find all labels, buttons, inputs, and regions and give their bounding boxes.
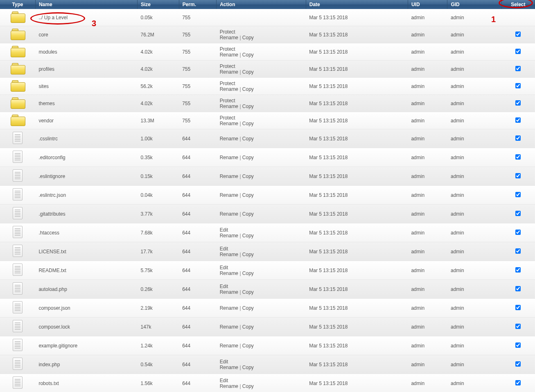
header-size[interactable]: Size [138, 0, 179, 9]
row-select-checkbox[interactable] [515, 361, 521, 367]
protect-link[interactable]: Protect [220, 29, 235, 35]
rename-link[interactable]: Rename [220, 155, 238, 160]
header-type[interactable]: Type [0, 0, 35, 9]
file-perm-link[interactable]: 755 [182, 118, 190, 124]
file-name-link[interactable]: .csslintrc [38, 136, 58, 142]
copy-link[interactable]: Copy [242, 233, 254, 239]
row-select-checkbox[interactable] [515, 324, 521, 329]
file-perm-link[interactable]: 644 [182, 362, 190, 367]
edit-link[interactable]: Edit [220, 265, 228, 270]
file-perm-link[interactable]: 644 [182, 136, 190, 142]
row-select-checkbox[interactable] [515, 32, 521, 37]
copy-link[interactable]: Copy [242, 69, 254, 75]
rename-link[interactable]: Rename [220, 136, 238, 142]
file-perm-link[interactable]: 644 [182, 173, 190, 179]
header-name[interactable]: Name [35, 0, 137, 9]
file-perm-link[interactable]: 644 [182, 192, 190, 198]
file-perm-link[interactable]: 755 [182, 15, 190, 20]
rename-link[interactable]: Rename [220, 104, 238, 109]
file-name-link[interactable]: README.txt [38, 268, 66, 273]
file-name-link[interactable]: LICENSE.txt [38, 249, 66, 255]
row-select-checkbox[interactable] [515, 192, 521, 197]
file-perm-link[interactable]: 644 [182, 343, 190, 349]
file-perm-link[interactable]: 644 [182, 211, 190, 217]
row-select-checkbox[interactable] [515, 342, 521, 348]
row-select-checkbox[interactable] [515, 83, 521, 88]
copy-link[interactable]: Copy [242, 383, 254, 389]
edit-link[interactable]: Edit [220, 359, 228, 365]
header-gid[interactable]: GID [447, 0, 501, 9]
rename-link[interactable]: Rename [220, 192, 238, 198]
header-select[interactable]: Select [501, 0, 535, 9]
file-name-link[interactable]: .eslintignore [38, 173, 65, 179]
header-uid[interactable]: UID [408, 0, 447, 9]
file-name-link[interactable]: profiles [38, 66, 54, 72]
row-select-checkbox[interactable] [515, 286, 521, 291]
rename-link[interactable]: Rename [220, 365, 238, 370]
file-name-link[interactable]: .editorconfig [38, 155, 65, 160]
header-date[interactable]: Date [306, 0, 408, 9]
protect-link[interactable]: Protect [220, 98, 235, 104]
rename-link[interactable]: Rename [220, 289, 238, 295]
copy-link[interactable]: Copy [242, 173, 254, 179]
rename-link[interactable]: Rename [220, 305, 238, 311]
copy-link[interactable]: Copy [242, 121, 254, 126]
header-perm[interactable]: Perm. [179, 0, 217, 9]
rename-link[interactable]: Rename [220, 324, 238, 330]
rename-link[interactable]: Rename [220, 383, 238, 389]
rename-link[interactable]: Rename [220, 270, 238, 276]
row-select-checkbox[interactable] [515, 154, 521, 160]
file-perm-link[interactable]: 755 [182, 66, 190, 72]
file-name-link[interactable]: composer.json [38, 305, 70, 311]
copy-link[interactable]: Copy [242, 192, 254, 198]
file-perm-link[interactable]: 755 [182, 83, 190, 89]
copy-link[interactable]: Copy [242, 104, 254, 109]
file-perm-link[interactable]: 644 [182, 286, 190, 292]
copy-link[interactable]: Copy [242, 136, 254, 142]
rename-link[interactable]: Rename [220, 173, 238, 179]
protect-link[interactable]: Protect [220, 46, 235, 52]
row-select-checkbox[interactable] [515, 135, 521, 141]
file-perm-link[interactable]: 644 [182, 268, 190, 273]
rename-link[interactable]: Rename [220, 233, 238, 239]
rename-link[interactable]: Rename [220, 121, 238, 126]
protect-link[interactable]: Protect [220, 115, 235, 121]
copy-link[interactable]: Copy [242, 155, 254, 160]
file-name-link[interactable]: modules [38, 49, 57, 55]
copy-link[interactable]: Copy [242, 324, 254, 330]
row-select-checkbox[interactable] [515, 267, 521, 273]
row-select-checkbox[interactable] [515, 117, 521, 123]
protect-link[interactable]: Protect [220, 63, 235, 69]
rename-link[interactable]: Rename [220, 343, 238, 349]
file-name-link[interactable]: themes [38, 101, 54, 106]
file-name-link[interactable]: vendor [38, 118, 54, 124]
row-select-checkbox[interactable] [515, 66, 521, 71]
copy-link[interactable]: Copy [242, 252, 254, 257]
rename-link[interactable]: Rename [220, 52, 238, 58]
copy-link[interactable]: Copy [242, 86, 254, 92]
file-perm-link[interactable]: 755 [182, 101, 190, 106]
edit-link[interactable]: Edit [220, 246, 228, 252]
row-select-checkbox[interactable] [515, 248, 521, 254]
file-perm-link[interactable]: 644 [182, 155, 190, 160]
file-name-link[interactable]: example.gitignore [38, 343, 77, 349]
edit-link[interactable]: Edit [220, 284, 228, 289]
copy-link[interactable]: Copy [242, 52, 254, 58]
rename-link[interactable]: Rename [220, 86, 238, 92]
edit-link[interactable]: Edit [220, 227, 228, 233]
file-name-link[interactable]: sites [38, 83, 49, 89]
file-name-link[interactable]: index.php [38, 362, 60, 367]
file-perm-link[interactable]: 644 [182, 305, 190, 311]
rename-link[interactable]: Rename [220, 69, 238, 75]
copy-link[interactable]: Copy [242, 35, 254, 41]
file-perm-link[interactable]: 644 [182, 230, 190, 236]
file-perm-link[interactable]: 644 [182, 324, 190, 330]
file-name-link[interactable]: autoload.php [38, 286, 67, 292]
rename-link[interactable]: Rename [220, 252, 238, 257]
file-name-link[interactable]: core [38, 32, 48, 38]
file-name-link[interactable]: composer.lock [38, 324, 70, 330]
row-select-checkbox[interactable] [515, 173, 521, 178]
file-name-link[interactable]: .htaccess [38, 230, 59, 236]
header-action[interactable]: Action [217, 0, 306, 9]
row-select-checkbox[interactable] [515, 211, 521, 216]
